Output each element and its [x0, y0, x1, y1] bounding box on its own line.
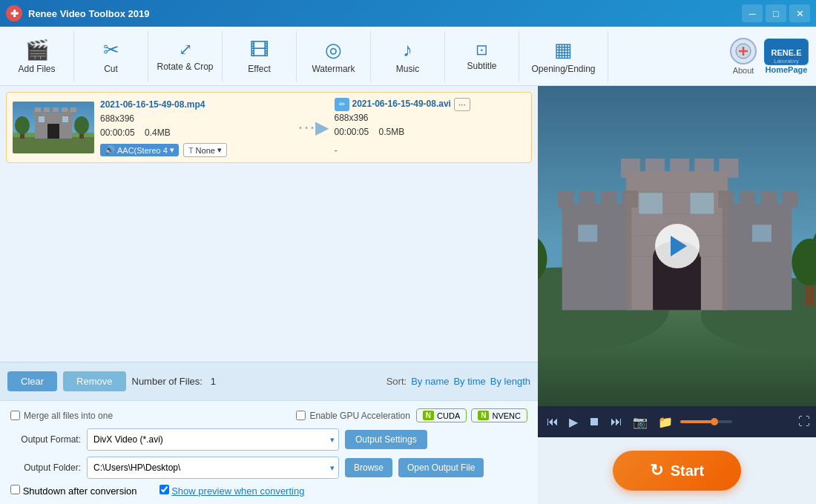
output-format-label: Output Format: — [10, 434, 81, 445]
app-logo: ✚ — [6, 5, 22, 21]
start-button[interactable]: ↻ Start — [613, 451, 742, 491]
svg-rect-40 — [723, 203, 792, 310]
toolbar-cut[interactable]: ✂ Cut — [74, 31, 148, 82]
enable-gpu-checkbox[interactable] — [296, 411, 306, 420]
app-title: Renee Video Toolbox 2019 — [28, 8, 742, 19]
merge-files-label[interactable]: Merge all files into one — [10, 411, 113, 421]
sort-by-length[interactable]: By length — [490, 376, 530, 387]
toolbar-effect-label: Effect — [248, 64, 270, 74]
toolbar-music[interactable]: ♪ Music — [371, 31, 445, 82]
toolbar-rotate-label: Rotate & Crop — [157, 62, 213, 72]
toolbar-watermark-label: Watermark — [312, 64, 355, 74]
toolbar-add-files[interactable]: 🎬 Add Files — [0, 31, 74, 82]
toolbar-opening-ending[interactable]: ▦ Opening/Ending — [519, 31, 608, 82]
rotate-crop-icon: ⤢ — [179, 40, 192, 59]
about-icon — [730, 38, 757, 64]
toolbar-rotate-crop[interactable]: ⤢ Rotate & Crop — [148, 31, 223, 82]
video-preview[interactable] — [538, 86, 816, 406]
svg-rect-37 — [579, 190, 596, 208]
svg-rect-42 — [740, 190, 756, 208]
svg-rect-15 — [62, 107, 68, 112]
subtitle-icon: ⊡ — [476, 41, 488, 59]
toolbar: 🎬 Add Files ✂ Cut ⤢ Rotate & Crop 🎞 Effe… — [0, 27, 816, 86]
output-folder-label: Output Folder: — [10, 462, 81, 473]
cut-icon: ✂ — [103, 39, 119, 62]
toolbar-cut-label: Cut — [104, 64, 118, 74]
volume-slider[interactable] — [680, 420, 732, 423]
open-output-button[interactable]: Open Output File — [398, 458, 484, 477]
brand-logo-image: RENE.E Laboratory — [764, 39, 809, 65]
settings-row-1: Merge all files into one Enable GPU Acce… — [10, 408, 527, 422]
maximize-button[interactable]: □ — [766, 4, 786, 22]
sort-by-time[interactable]: By time — [453, 376, 485, 387]
shutdown-row: Shutdown after conversion Show preview w… — [10, 485, 527, 497]
output-format-select-wrapper: DivX Video (*.avi) ▾ — [87, 428, 339, 451]
play-button[interactable] — [655, 224, 700, 268]
output-filename: 2021-06-16-15-49-08.avi — [352, 97, 451, 111]
fullscreen-button[interactable]: ⛶ — [798, 415, 810, 428]
start-label: Start — [671, 462, 705, 480]
nvenc-badge: N NVENC — [471, 408, 527, 422]
toolbar-add-files-label: Add Files — [18, 64, 55, 74]
output-folder-select[interactable]: C:\Users\HP\Desktop\ — [87, 457, 339, 479]
shutdown-checkbox[interactable] — [10, 485, 20, 494]
title-bar: ✚ Renee Video Toolbox 2019 ─ □ ✕ — [0, 0, 816, 27]
folder-button[interactable]: 📁 — [655, 414, 676, 431]
toolbar-effect[interactable]: 🎞 Effect — [223, 31, 297, 82]
watermark-icon: ◎ — [325, 39, 342, 62]
logo-cross: ✚ — [10, 8, 19, 19]
remove-button[interactable]: Remove — [63, 371, 125, 391]
svg-rect-38 — [601, 190, 617, 208]
convert-arrow-icon: ⋯▶ — [297, 117, 329, 138]
output-settings-button[interactable]: Output Settings — [345, 430, 427, 449]
input-file-controls: 🔊 AAC(Stereo 4 ▾ T None ▾ — [100, 143, 292, 157]
browse-button[interactable]: Browse — [345, 458, 392, 477]
output-more-button[interactable]: ··· — [454, 98, 470, 111]
clear-button[interactable]: Clear — [7, 371, 57, 391]
output-file-controls: - — [335, 143, 526, 159]
toolbar-subtitle[interactable]: ⊡ Subtitle — [445, 31, 519, 82]
nvidia-cuda-icon: N — [423, 411, 434, 420]
music-icon: ♪ — [403, 39, 412, 62]
enable-gpu-label[interactable]: Enable GPU Acceleration — [296, 411, 409, 421]
shutdown-label[interactable]: Shutdown after conversion — [10, 485, 137, 497]
minimize-button[interactable]: ─ — [742, 4, 763, 22]
play-pause-button[interactable]: ▶ — [566, 414, 581, 431]
svg-rect-44 — [782, 190, 798, 208]
edit-output-button[interactable]: ✏ — [335, 98, 349, 111]
sort-area: Sort: By name By time By length — [386, 376, 530, 387]
cuda-badge: N CUDA — [416, 408, 467, 422]
audio-select-button[interactable]: 🔊 AAC(Stereo 4 ▾ — [100, 144, 179, 156]
homepage-label: HomePage — [766, 65, 808, 74]
stop-button[interactable]: ⏹ — [585, 414, 603, 430]
play-triangle-icon — [671, 236, 687, 256]
about-button[interactable]: About — [730, 38, 757, 75]
screenshot-button[interactable]: 📷 — [630, 414, 651, 431]
sort-label: Sort: — [386, 376, 407, 387]
input-resolution: 688x396 — [100, 112, 292, 126]
output-format-select[interactable]: DivX Video (*.avi) — [87, 428, 339, 451]
output-folder-row: Output Folder: C:\Users\HP\Desktop\ ▾ Br… — [10, 457, 527, 479]
toolbar-subtitle-label: Subtitle — [467, 61, 496, 71]
input-file-info: 2021-06-16-15-49-08.mp4 688x396 00:00:05… — [100, 98, 292, 158]
merge-files-checkbox[interactable] — [10, 411, 20, 420]
sort-by-name[interactable]: By name — [411, 376, 449, 387]
show-preview-checkbox[interactable] — [159, 485, 169, 494]
skip-forward-button[interactable]: ⏭ — [608, 414, 625, 430]
svg-rect-36 — [558, 190, 574, 208]
output-duration-size: 00:00:05 0.5MB — [335, 125, 526, 139]
toolbar-watermark[interactable]: ◎ Watermark — [297, 31, 371, 82]
homepage-button[interactable]: RENE.E Laboratory HomePage — [764, 39, 809, 74]
video-controls: ⏮ ▶ ⏹ ⏭ 📷 📁 ⛶ — [538, 406, 816, 437]
show-preview-label[interactable]: Show preview when converting — [159, 485, 305, 497]
effect-icon: 🎞 — [250, 39, 269, 62]
opening-ending-icon: ▦ — [554, 39, 573, 62]
close-button[interactable]: ✕ — [789, 4, 810, 22]
output-file-info: ✏ 2021-06-16-15-49-08.avi ··· 688x396 00… — [335, 97, 526, 158]
skip-back-button[interactable]: ⏮ — [544, 414, 562, 430]
subtitle-select-button[interactable]: T None ▾ — [183, 143, 227, 157]
svg-rect-14 — [53, 107, 59, 112]
file-list-area: 2021-06-16-15-49-08.mp4 688x396 00:00:05… — [0, 86, 538, 362]
svg-rect-49 — [578, 225, 597, 242]
about-label: About — [733, 66, 754, 75]
